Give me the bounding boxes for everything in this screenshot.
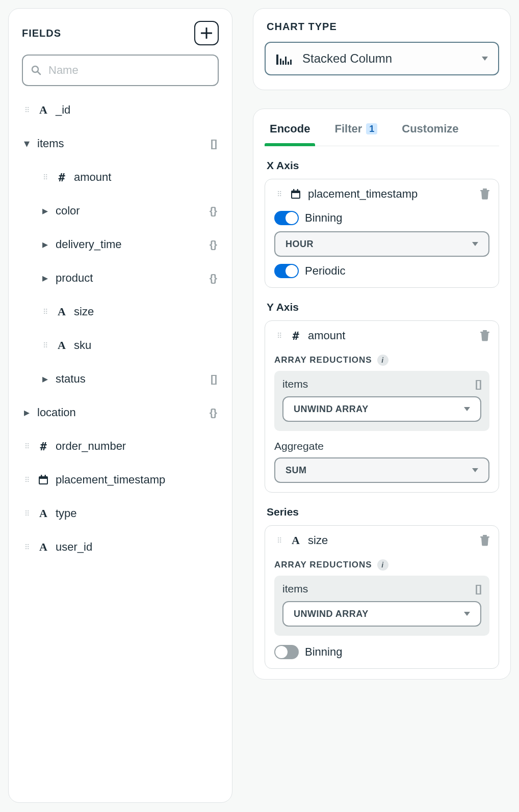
drag-handle-icon[interactable]: ⠿: [274, 539, 283, 542]
field-name: amount: [74, 171, 217, 184]
y-axis-remove-button[interactable]: [480, 330, 489, 341]
info-icon[interactable]: i: [377, 355, 388, 366]
x-axis-field-name: placement_timestamp: [308, 187, 474, 201]
series-label: Series: [267, 506, 497, 518]
svg-rect-19: [480, 536, 489, 538]
fields-title: FIELDS: [22, 28, 61, 39]
search-icon: [31, 65, 41, 75]
svg-rect-16: [483, 188, 487, 190]
x-axis-remove-button[interactable]: [480, 188, 489, 200]
drag-handle-icon[interactable]: ⠿: [22, 478, 31, 481]
field-name: delivery_time: [56, 238, 203, 251]
string-icon: A: [290, 534, 302, 547]
x-periodic-toggle[interactable]: [274, 264, 299, 278]
field-row[interactable]: ▸color{}: [20, 194, 221, 228]
series-reduction-subcard: items [] UNWIND ARRAY: [274, 576, 489, 636]
caret-right-icon[interactable]: ▸: [40, 372, 49, 386]
string-icon: A: [37, 103, 49, 117]
series-reduction-select[interactable]: UNWIND ARRAY: [282, 601, 481, 627]
svg-rect-6: [280, 59, 281, 65]
calendar-icon: [290, 188, 302, 200]
info-icon[interactable]: i: [377, 559, 388, 571]
add-field-button[interactable]: [194, 21, 219, 45]
fields-list: ⠿A_id▾items[]⠿#amount▸color{}▸delivery_t…: [20, 93, 221, 564]
type-badge: []: [211, 373, 217, 385]
x-binning-toggle[interactable]: [274, 211, 299, 225]
y-axis-label: Y Axis: [267, 301, 497, 313]
series-binning-toggle[interactable]: [274, 645, 299, 659]
svg-rect-12: [292, 193, 299, 198]
field-row[interactable]: ⠿Atype: [20, 497, 221, 530]
field-name: location: [37, 406, 203, 419]
field-row[interactable]: ▸product{}: [20, 261, 221, 295]
chart-type-title: CHART TYPE: [265, 19, 499, 42]
type-badge: {}: [210, 272, 217, 284]
field-row[interactable]: ▸location{}: [20, 396, 221, 429]
x-axis-label: X Axis: [267, 159, 497, 172]
fields-panel: FIELDS ⠿A_id▾items[]⠿#amount▸color{}▸del…: [8, 8, 232, 803]
drag-handle-icon[interactable]: ⠿: [22, 546, 31, 549]
chart-type-selected: Stacked Column: [302, 51, 482, 66]
svg-rect-17: [480, 332, 489, 333]
field-row[interactable]: ⠿#order_number: [20, 429, 221, 463]
drag-handle-icon[interactable]: ⠿: [22, 512, 31, 515]
field-row[interactable]: ▸status[]: [20, 362, 221, 396]
search-field-wrap[interactable]: [22, 55, 219, 86]
calendar-icon: [37, 474, 49, 485]
drag-handle-icon[interactable]: ⠿: [22, 445, 31, 448]
drag-handle-icon[interactable]: ⠿: [274, 193, 283, 196]
svg-rect-13: [293, 189, 295, 192]
series-remove-button[interactable]: [480, 535, 489, 546]
chevron-down-icon: [472, 242, 478, 246]
drag-handle-icon[interactable]: ⠿: [22, 109, 31, 112]
svg-rect-10: [290, 60, 292, 65]
series-card: ⠿ A size ARRAY REDUCTIONS i items [] UNW…: [265, 525, 499, 669]
series-field-name: size: [308, 534, 474, 547]
tab-encode[interactable]: Encode: [268, 116, 312, 146]
field-row[interactable]: ⠿placement_timestamp: [20, 463, 221, 497]
field-row[interactable]: ⠿A_id: [20, 93, 221, 127]
type-badge: {}: [210, 238, 217, 251]
x-periodic-label: Periodic: [305, 264, 345, 278]
caret-right-icon[interactable]: ▸: [40, 272, 49, 285]
field-row[interactable]: ▾items[]: [20, 127, 221, 160]
caret-right-icon[interactable]: ▸: [40, 238, 49, 251]
caret-down-icon[interactable]: ▾: [22, 137, 31, 150]
field-row[interactable]: ⠿#amount: [20, 160, 221, 194]
type-badge: []: [211, 138, 217, 150]
field-row[interactable]: ⠿Asku: [20, 329, 221, 362]
y-reduction-select[interactable]: UNWIND ARRAY: [282, 396, 481, 422]
field-row[interactable]: ⠿Auser_id: [20, 530, 221, 564]
field-name: placement_timestamp: [56, 473, 217, 486]
caret-right-icon[interactable]: ▸: [22, 406, 31, 419]
field-name: status: [56, 372, 204, 386]
drag-handle-icon[interactable]: ⠿: [40, 310, 49, 313]
y-array-reductions-label: ARRAY REDUCTIONS: [274, 355, 372, 365]
type-badge: {}: [210, 407, 217, 419]
field-name: color: [56, 204, 203, 218]
svg-rect-5: [276, 55, 278, 65]
chevron-down-icon: [482, 57, 488, 61]
tab-filter-label: Filter: [334, 122, 362, 136]
chart-type-panel: CHART TYPE Stacked Column: [253, 8, 511, 90]
field-row[interactable]: ⠿Asize: [20, 295, 221, 329]
series-reduction-source: items: [282, 583, 475, 595]
string-icon: A: [56, 305, 68, 318]
chart-type-select[interactable]: Stacked Column: [265, 42, 499, 75]
field-name: user_id: [56, 540, 217, 554]
y-aggregate-select[interactable]: SUM: [274, 457, 489, 483]
caret-right-icon[interactable]: ▸: [40, 204, 49, 218]
x-binning-select[interactable]: HOUR: [274, 231, 489, 257]
tab-filter[interactable]: Filter 1: [332, 116, 379, 146]
chevron-down-icon: [472, 468, 478, 472]
y-reduction-value: UNWIND ARRAY: [294, 404, 464, 415]
drag-handle-icon[interactable]: ⠿: [40, 176, 49, 179]
drag-handle-icon[interactable]: ⠿: [40, 344, 49, 347]
number-icon: #: [56, 171, 68, 184]
chevron-down-icon: [464, 407, 470, 411]
number-icon: #: [290, 330, 302, 342]
search-input[interactable]: [47, 63, 210, 77]
tab-customize[interactable]: Customize: [400, 116, 460, 146]
drag-handle-icon[interactable]: ⠿: [274, 334, 283, 337]
field-row[interactable]: ▸delivery_time{}: [20, 228, 221, 261]
